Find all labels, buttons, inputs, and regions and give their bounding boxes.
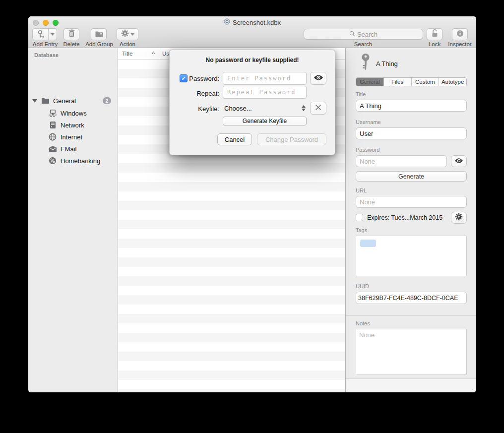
title-field[interactable] — [356, 100, 467, 112]
sidebar-item-general[interactable]: General 2 — [28, 95, 118, 106]
window-title: Screenshot.kdbx — [233, 19, 281, 26]
inspector-panel: A Thing General Files Custom Autotype Ti… — [345, 48, 476, 392]
lock-label: Lock — [423, 41, 446, 47]
username-field-label: Username — [356, 119, 381, 125]
sidebar-item-email[interactable]: EMail — [28, 143, 118, 154]
expires-row: Expires: Tues...March 2015 — [356, 214, 442, 221]
gear-icon — [455, 213, 463, 223]
sidebar-item-label: Windows — [61, 110, 87, 117]
titlebar-toolbar: Screenshot.kdbx Add Entry Delete Add Gro… — [28, 16, 476, 48]
chevron-down-icon — [51, 33, 55, 36]
change-password-button[interactable]: Change Password — [257, 133, 326, 145]
action-label: Action — [115, 41, 140, 47]
divider — [346, 315, 476, 316]
search-input[interactable]: Search — [304, 29, 423, 40]
lock-open-icon — [431, 29, 439, 40]
action-button[interactable] — [117, 28, 138, 40]
percent-icon — [48, 156, 57, 165]
generate-password-button[interactable]: Generate — [356, 171, 467, 182]
x-icon — [315, 104, 321, 113]
tab-general[interactable]: General — [356, 78, 383, 86]
delete-label: Delete — [59, 41, 84, 47]
sidebar-item-label: Network — [61, 122, 84, 129]
tags-field[interactable] — [356, 236, 467, 276]
sidebar-item-label: Internet — [61, 133, 82, 141]
stepper-icon[interactable] — [300, 103, 307, 114]
disclosure-triangle-icon[interactable] — [32, 99, 37, 103]
reveal-password-button[interactable] — [310, 72, 326, 85]
repeat-password-input[interactable] — [223, 86, 307, 99]
windows-network-icon — [48, 109, 57, 118]
password-field[interactable] — [356, 155, 447, 167]
keyfile-popup[interactable]: Choose... — [224, 105, 252, 112]
add-entry-button[interactable] — [32, 28, 57, 40]
tab-files[interactable]: Files — [383, 78, 411, 86]
sidebar-item-internet[interactable]: Internet — [28, 131, 118, 142]
expires-checkbox[interactable] — [356, 214, 363, 221]
delete-button[interactable] — [63, 28, 79, 40]
dialog-repeat-label: Repeat: — [170, 90, 219, 97]
sidebar-item-label: EMail — [61, 145, 77, 153]
sidebar-item-label: General — [53, 97, 76, 105]
tab-autotype[interactable]: Autotype — [439, 78, 466, 86]
server-icon — [48, 121, 57, 129]
envelope-icon — [48, 144, 57, 153]
uuid-field[interactable] — [356, 292, 467, 304]
key-icon — [359, 53, 372, 75]
notes-label: Notes — [356, 320, 370, 326]
dialog-password-label: Password: — [189, 75, 219, 82]
chevron-down-icon — [130, 33, 134, 36]
sidebar: Database General 2 Windows Network — [28, 48, 118, 392]
folder-icon — [41, 96, 50, 105]
enter-password-input[interactable] — [223, 72, 307, 85]
expires-label: Expires: Tues...March 2015 — [367, 214, 442, 221]
column-divider[interactable] — [159, 50, 159, 58]
column-title[interactable]: Title — [122, 51, 132, 57]
inspector-button[interactable] — [452, 28, 468, 40]
change-password-dialog: No password or keyfile supplied! ✓ Passw… — [169, 50, 335, 155]
key-plus-icon — [33, 30, 48, 39]
sidebar-item-homebanking[interactable]: Homebanking — [28, 155, 118, 166]
lock-button[interactable] — [427, 28, 442, 40]
url-field[interactable] — [356, 196, 467, 208]
tags-label: Tags — [356, 227, 367, 233]
inspector-label: Inspector — [446, 41, 474, 47]
dialog-message: No password or keyfile supplied! — [170, 57, 335, 63]
username-field[interactable] — [356, 127, 467, 139]
show-password-button[interactable] — [451, 155, 467, 167]
trash-icon — [68, 29, 75, 40]
uuid-label: UUID — [356, 283, 369, 289]
folder-plus-icon — [95, 30, 103, 39]
document-proxy-icon[interactable] — [224, 18, 230, 27]
tab-custom[interactable]: Custom — [411, 78, 439, 86]
info-icon — [456, 30, 464, 39]
entry-title: A Thing — [376, 60, 398, 67]
entry-count-badge: 2 — [103, 97, 111, 104]
globe-icon — [48, 132, 57, 141]
password-checkbox[interactable]: ✓ — [180, 74, 188, 82]
checkmark-icon: ✓ — [181, 75, 186, 82]
url-field-label: URL — [356, 187, 367, 193]
window-title-area: Screenshot.kdbx — [28, 18, 476, 27]
sidebar-item-label: Homebanking — [61, 157, 100, 165]
dialog-keyfile-label: Keyfile: — [170, 105, 219, 113]
sidebar-item-windows[interactable]: Windows — [28, 108, 118, 119]
search-icon — [349, 31, 355, 38]
password-field-label: Password — [356, 147, 379, 153]
search-label: Search — [351, 41, 376, 47]
sidebar-item-network[interactable]: Network — [28, 120, 118, 130]
add-group-label: Add Group — [84, 41, 115, 47]
cancel-button[interactable]: Cancel — [217, 133, 252, 145]
sort-ascending-icon: ^ — [152, 51, 155, 57]
gear-icon — [121, 29, 129, 39]
add-group-button[interactable] — [91, 28, 107, 40]
add-entry-dropdown[interactable] — [48, 29, 57, 40]
generate-keyfile-button[interactable]: Generate Keyfile — [223, 117, 307, 125]
title-field-label: Title — [356, 91, 366, 97]
clear-keyfile-button[interactable] — [310, 102, 326, 115]
sidebar-section-header: Database — [34, 52, 59, 58]
expires-settings-button[interactable] — [451, 212, 467, 224]
notes-field[interactable] — [356, 329, 467, 375]
inspector-footer — [346, 378, 476, 392]
tag-pill[interactable] — [360, 240, 376, 247]
